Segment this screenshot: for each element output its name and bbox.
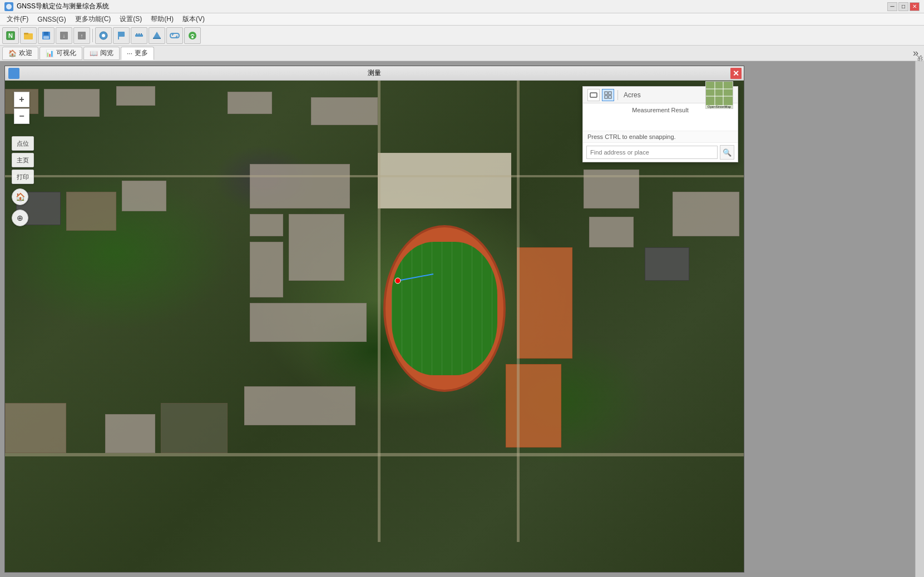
svg-rect-17 [136,33,137,34]
measurement-panel-header: Acres OpenStreetMap [583,87,738,103]
building-block-2 [228,92,272,114]
building-center-5 [250,303,367,342]
svg-point-23 [191,36,194,38]
tab-visual-icon: 📊 [46,49,54,57]
building-bottom-2 [105,414,155,453]
road-h-1 [5,175,744,177]
import-button[interactable]: ↓ [56,27,72,44]
tab-browse-icon: 📖 [90,49,98,57]
building-block-5 [44,89,100,117]
building-far-right-1 [673,192,739,236]
measure-tool-grid[interactable] [602,89,614,101]
save-button[interactable] [38,27,55,44]
measurement-panel: Acres OpenStreetMap Measurement Result P… [582,86,738,162]
zoom-in-button[interactable]: + [14,92,29,107]
toolbar-separator-1 [92,29,93,42]
zoom-out-button[interactable]: − [14,108,29,124]
building-block-3 [116,86,155,106]
measure-button[interactable] [131,27,147,44]
building-mid-2 [122,181,166,211]
building-orange-2 [506,364,561,447]
mini-map-label: OpenStreetMap [706,105,733,108]
building-center-4 [250,242,283,297]
new-button[interactable]: N [2,27,19,44]
measure-tool-area[interactable] [587,89,600,101]
map-content[interactable]: + − 点位 主页 打印 🏠 ⊕ [5,81,744,572]
road-v-2 [517,81,520,542]
address-search-input[interactable] [586,146,718,159]
title-bar: GNSS导航定位与测量综合系统 ─ □ ✕ [0,0,924,13]
building-center-1 [250,164,350,208]
menu-version[interactable]: 版本(V) [178,13,209,25]
tab-bar: 🏠 欢迎 📊 可视化 📖 阅览 ··· 更多 » [0,46,924,61]
svg-rect-29 [609,92,611,94]
flag-button[interactable] [113,27,130,44]
measurement-snap-hint: Press CTRL to enable snapping. [583,131,738,143]
svg-rect-30 [605,96,607,98]
svg-rect-4 [24,33,28,34]
map-panel-icon [8,68,19,79]
building-mid-1 [66,192,116,231]
svg-rect-6 [44,32,48,35]
share-button[interactable] [184,27,201,44]
mini-map-road-v-2 [723,82,724,108]
export-button[interactable]: ↑ [73,27,90,44]
map-close-button[interactable]: ✕ [730,68,742,79]
map-title-bar: 测量 ✕ [5,66,744,81]
tab-browse[interactable]: 📖 阅览 [83,47,120,60]
menu-settings[interactable]: 设置(S) [115,13,146,25]
tab-visual-label: 可视化 [56,48,76,58]
menu-bar: 文件(F) GNSS(G) 更多功能(C) 设置(S) 帮助(H) 版本(V) [0,13,924,26]
address-search-button[interactable]: 🔍 [720,145,734,160]
open-button[interactable] [20,27,37,44]
btn-print[interactable]: 打印 [12,170,34,184]
mini-map-thumbnail: OpenStreetMap [705,81,733,109]
tab-welcome[interactable]: 🏠 欢迎 [2,47,38,60]
measurement-search-bar: 🔍 [583,143,738,162]
app-title: GNSS导航定位与测量综合系统 [17,2,109,11]
tab-more-icon: ··· [127,49,132,57]
menu-help[interactable]: 帮助(H) [146,13,178,25]
tab-more[interactable]: ··· 更多 [121,47,154,60]
track-field-lines [392,242,497,375]
btn-point[interactable]: 点位 [12,136,34,151]
svg-rect-28 [605,92,607,94]
svg-rect-15 [118,32,119,39]
mini-map-road-h-2 [706,96,733,97]
svg-rect-31 [609,96,611,98]
maximize-button[interactable]: □ [898,2,908,11]
tab-welcome-icon: 🏠 [8,49,17,57]
btn-compass[interactable]: ⊕ [12,210,28,226]
menu-gnss[interactable]: GNSS(G) [33,14,70,24]
stadium [383,225,506,392]
right-panel: 状 [915,61,924,577]
svg-point-24 [9,69,16,76]
right-panel-status-text: 状 [916,66,924,66]
building-orange-1 [517,247,572,359]
mini-map-road-v-1 [714,82,715,108]
measure-header-sep [617,90,618,100]
minimize-button[interactable]: ─ [887,2,897,11]
left-buttons-panel: 点位 主页 打印 🏠 ⊕ [12,136,34,226]
svg-text:N: N [8,32,13,39]
building-bottom-1 [5,403,66,453]
btn-home[interactable]: 主页 [12,153,34,167]
tab-bar-right-control[interactable]: » [910,47,922,59]
close-window-button[interactable]: ✕ [910,2,920,11]
svg-point-13 [102,34,105,37]
erase-button[interactable] [149,27,165,44]
snap-hint-text: Press CTRL to enable snapping. [587,133,676,140]
menu-file[interactable]: 文件(F) [2,13,33,25]
map-panel: 测量 ✕ [4,66,744,573]
tab-visual[interactable]: 📊 可视化 [39,47,82,60]
settings-button[interactable] [95,27,112,44]
app-icon [4,2,13,11]
menu-more-features[interactable]: 更多功能(C) [71,13,116,25]
svg-text:↓: ↓ [63,33,66,39]
tab-more-label: 更多 [135,48,148,58]
svg-point-0 [6,4,12,9]
link-button[interactable] [166,27,183,44]
main-area: 测量 ✕ [0,61,924,577]
btn-home-icon[interactable]: 🏠 [12,188,28,205]
building-center-2 [250,214,283,236]
